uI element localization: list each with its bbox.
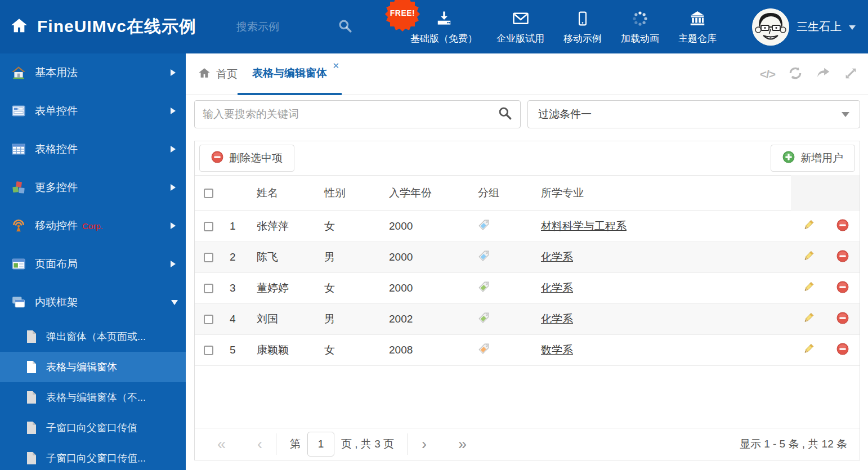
nav-loading-animations[interactable]: 加载动画 xyxy=(611,0,669,53)
chevron-down-icon xyxy=(842,112,849,117)
nav-label: 加载动画 xyxy=(621,32,659,45)
share-icon[interactable] xyxy=(816,66,831,83)
major-link[interactable]: 化学系 xyxy=(541,251,573,263)
table-header-row: 姓名 性别 入学年份 分组 所学专业 xyxy=(195,175,860,211)
filter-dropdown[interactable]: 过滤条件一 xyxy=(527,100,860,128)
first-page-button[interactable]: « xyxy=(217,437,226,452)
edit-pencil-icon[interactable] xyxy=(802,281,815,296)
table-row[interactable]: 2 陈飞 男 2000 化学系 xyxy=(195,242,860,273)
close-icon[interactable]: ✕ xyxy=(332,61,339,71)
mobile-icon xyxy=(575,9,590,27)
sidebar-item-mobile-controls[interactable]: 移动控件 Corp. xyxy=(0,207,186,245)
sidebar-item-iframe[interactable]: 内联框架 xyxy=(0,283,186,321)
sidebar-subitem-grid-edit-window[interactable]: 表格与编辑窗体 xyxy=(0,352,186,382)
prev-page-button[interactable]: ‹ xyxy=(257,437,262,452)
sidebar-item-more-controls[interactable]: 更多控件 xyxy=(0,168,186,207)
edit-pencil-icon[interactable] xyxy=(802,312,815,327)
corp-badge: Corp. xyxy=(82,221,103,231)
header-search-input[interactable] xyxy=(236,21,310,33)
avatar xyxy=(752,8,789,46)
sidebar-subitem-grid-edit-window-2[interactable]: 表格与编辑窗体（不... xyxy=(0,382,186,413)
select-all-checkbox[interactable] xyxy=(204,189,213,198)
plus-circle-icon xyxy=(782,151,795,166)
edit-pencil-icon[interactable] xyxy=(802,250,815,265)
refresh-icon[interactable] xyxy=(788,66,803,83)
envelope-icon xyxy=(511,9,530,27)
major-link[interactable]: 数学系 xyxy=(541,344,573,356)
app-logo[interactable]: FineUIMvc在线示例 xyxy=(10,0,196,53)
antenna-icon xyxy=(11,218,26,233)
sidebar-item-label: 表单控件 xyxy=(35,104,78,118)
nav-basic-edition[interactable]: 基础版（免费） xyxy=(401,0,487,53)
row-checkbox[interactable] xyxy=(204,315,213,324)
table-row[interactable]: 4 刘国 男 2002 化学系 xyxy=(195,304,860,335)
filter-dropdown-value: 过滤条件一 xyxy=(538,107,592,122)
nav-mobile-examples[interactable]: 移动示例 xyxy=(554,0,611,53)
page-number-input[interactable] xyxy=(307,432,334,456)
row-checkbox[interactable] xyxy=(204,222,213,231)
delete-selected-button[interactable]: 删除选中项 xyxy=(199,145,294,172)
tab-bar: 首页 表格与编辑窗体 ✕ </> xyxy=(186,53,868,95)
cell-name: 董婷婷 xyxy=(251,281,319,296)
tab-home[interactable]: 首页 xyxy=(198,53,238,95)
sidebar-subitem-child-to-parent-2[interactable]: 子窗口向父窗口传值... xyxy=(0,443,186,470)
next-page-button[interactable]: › xyxy=(422,437,427,452)
table-row[interactable]: 3 董婷婷 女 2000 化学系 xyxy=(195,273,860,304)
column-header-year[interactable]: 入学年份 xyxy=(383,186,473,200)
add-user-button[interactable]: 新增用户 xyxy=(771,145,855,172)
sidebar-subitem-label: 子窗口向父窗口传值... xyxy=(46,451,146,465)
sidebar-item-label: 表格控件 xyxy=(35,142,78,156)
search-icon[interactable] xyxy=(338,19,352,35)
pager-divider xyxy=(408,433,408,455)
column-header-major[interactable]: 所学专业 xyxy=(535,186,791,200)
major-link[interactable]: 化学系 xyxy=(541,282,573,294)
edit-pencil-icon[interactable] xyxy=(802,343,815,358)
sidebar-subitem-popup-window[interactable]: 弹出窗体（本页面或... xyxy=(0,321,186,352)
row-checkbox[interactable] xyxy=(204,346,213,355)
sidebar-item-page-layout[interactable]: 页面布局 xyxy=(0,245,186,283)
cell-name: 张萍萍 xyxy=(251,219,319,234)
expand-icon[interactable] xyxy=(844,66,858,83)
table-row[interactable]: 1 张萍萍 女 2000 材料科学与工程系 xyxy=(195,211,860,242)
tab-grid-edit-window[interactable]: 表格与编辑窗体 ✕ xyxy=(238,53,342,95)
major-link[interactable]: 化学系 xyxy=(541,313,573,325)
nav-theme-store[interactable]: 主题仓库 xyxy=(669,0,726,53)
chevron-right-icon xyxy=(171,69,176,76)
column-header-name[interactable]: 姓名 xyxy=(251,186,319,200)
nav-enterprise-trial[interactable]: 企业版试用 xyxy=(487,0,554,53)
grid-panel: 删除选中项 新增用户 姓名 性别 入学年份 分组 所学专业 1 张萍萍 女 xyxy=(194,141,860,460)
chevron-down-icon xyxy=(849,25,856,30)
delete-row-icon[interactable] xyxy=(836,219,849,234)
delete-row-icon[interactable] xyxy=(836,250,849,265)
table-row[interactable]: 5 康颖颖 女 2008 数学系 xyxy=(195,335,860,366)
column-header-actions xyxy=(791,175,860,211)
sidebar-subitem-child-to-parent[interactable]: 子窗口向父窗口传值 xyxy=(0,413,186,443)
sidebar-subitem-label: 弹出窗体（本页面或... xyxy=(46,330,146,343)
source-code-icon[interactable]: </> xyxy=(760,68,775,81)
edit-pencil-icon[interactable] xyxy=(802,219,815,234)
sidebar-item-form-controls[interactable]: 表单控件 xyxy=(0,92,186,130)
home-colored-icon xyxy=(11,65,26,80)
tag-icon xyxy=(478,345,490,357)
cell-gender: 女 xyxy=(319,219,383,234)
delete-row-icon[interactable] xyxy=(836,343,849,358)
search-icon[interactable] xyxy=(498,106,512,123)
delete-row-icon[interactable] xyxy=(836,312,849,327)
keyword-search-input[interactable] xyxy=(203,108,498,120)
user-menu[interactable]: 三生石上 xyxy=(752,0,856,53)
row-checkbox[interactable] xyxy=(204,284,213,293)
cell-gender: 女 xyxy=(319,281,383,296)
column-header-group[interactable]: 分组 xyxy=(473,186,535,200)
nav-label: 主题仓库 xyxy=(678,32,717,45)
delete-row-icon[interactable] xyxy=(836,281,849,296)
sidebar-subitem-label: 子窗口向父窗口传值 xyxy=(46,421,137,435)
last-page-button[interactable]: » xyxy=(458,437,467,452)
sidebar-subitem-label: 表格与编辑窗体 xyxy=(46,360,117,374)
sidebar-item-basic-usage[interactable]: 基本用法 xyxy=(0,53,186,92)
sidebar-item-grid-controls[interactable]: 表格控件 xyxy=(0,130,186,168)
major-link[interactable]: 材料科学与工程系 xyxy=(541,220,627,232)
page-label-suffix: 页 , 共 3 页 xyxy=(341,437,394,451)
column-header-gender[interactable]: 性别 xyxy=(319,186,383,200)
table-icon xyxy=(11,142,26,156)
row-checkbox[interactable] xyxy=(204,253,213,262)
